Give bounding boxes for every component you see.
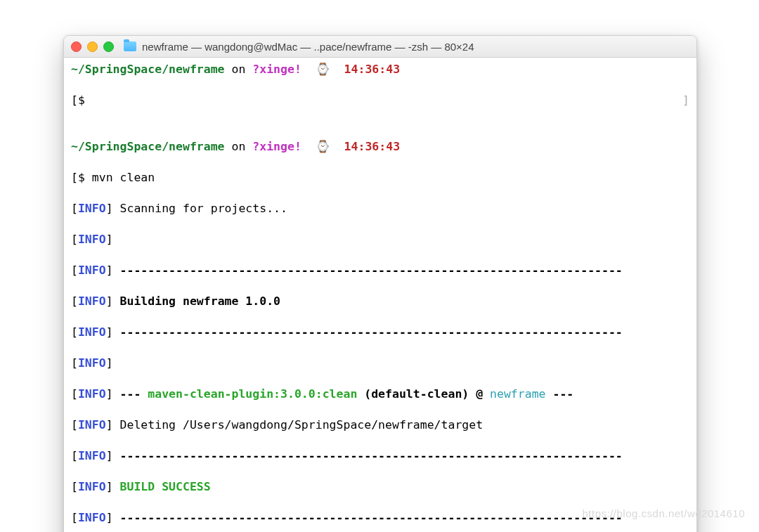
close-icon[interactable]: [71, 41, 82, 52]
plugin-name: maven-clean-plugin:3.0.0:clean: [148, 387, 357, 401]
plugin-dash-l: ---: [113, 387, 148, 401]
branch-box: ?: [252, 63, 259, 76]
bracket-left: [: [71, 511, 78, 524]
info-tag: INFO: [78, 202, 106, 215]
dash-line: ----------------------------------------…: [113, 511, 623, 524]
bracket-right: ]: [106, 202, 113, 215]
terminal-window: newframe — wangdong@wdMac — ..pace/newfr…: [63, 35, 697, 532]
info-tag: INFO: [78, 511, 106, 524]
bracket-right: ]: [106, 264, 113, 277]
info-tag: INFO: [78, 294, 106, 308]
info-tag: INFO: [78, 480, 106, 493]
branch: xinge!: [259, 63, 301, 76]
bracket-left: [: [71, 325, 78, 339]
bracket-right: ]: [106, 511, 113, 524]
prompt-path: ~/SpringSpace/newframe: [71, 140, 225, 153]
zoom-icon[interactable]: [103, 41, 114, 52]
window-title: newframe — wangdong@wdMac — ..pace/newfr…: [142, 41, 474, 53]
info-tag: INFO: [78, 418, 106, 432]
dash-line: ----------------------------------------…: [113, 264, 623, 277]
bracket-right: ]: [106, 418, 113, 432]
cmd-clean[interactable]: $ mvn clean: [78, 171, 155, 184]
minimize-icon[interactable]: [87, 41, 98, 52]
building-line: Building newframe 1.0.0: [113, 294, 280, 308]
bracket-left: [: [71, 356, 78, 370]
bracket-left: [: [71, 480, 78, 493]
info-tag: INFO: [78, 233, 106, 246]
bracket-right: ]: [106, 387, 113, 401]
info-tag: INFO: [78, 325, 106, 339]
branch: xinge!: [259, 140, 301, 153]
info-tag: INFO: [78, 356, 106, 370]
bracket-left: [: [71, 171, 78, 184]
bracket-right: ]: [106, 356, 113, 370]
branch-box: ?: [252, 140, 259, 153]
watch-icon: ⌚: [316, 63, 330, 76]
bracket-left: [: [71, 449, 78, 462]
bracket-right: ]: [106, 294, 113, 308]
bracket-right: ]: [106, 233, 113, 246]
plugin-goal: (default-clean) @: [357, 387, 490, 401]
prompt-on: on: [225, 63, 253, 76]
scan-text: Scanning for projects...: [113, 202, 287, 215]
terminal-body[interactable]: ~/SpringSpace/newframe on ?xinge! ⌚ 14:3…: [64, 58, 696, 532]
watch-icon: ⌚: [316, 140, 330, 153]
info-tag: INFO: [78, 449, 106, 462]
prompt-path: ~/SpringSpace/newframe: [71, 63, 225, 76]
titlebar[interactable]: newframe — wangdong@wdMac — ..pace/newfr…: [64, 36, 696, 58]
empty-prompt[interactable]: $: [78, 93, 92, 107]
bracket-left: [: [71, 202, 78, 215]
dash-line: ----------------------------------------…: [113, 449, 623, 462]
bracket-right: ]: [106, 325, 113, 339]
build-success: BUILD SUCCESS: [113, 480, 211, 493]
plugin-project: newframe: [490, 387, 545, 401]
bracket-left: [: [71, 233, 78, 246]
deleting-line: Deleting /Users/wangdong/SpringSpace/new…: [113, 418, 484, 432]
prompt-time: 14:36:43: [344, 140, 400, 153]
bracket-right: ]: [106, 480, 113, 493]
folder-icon: [124, 41, 136, 51]
bracket-left: [: [71, 264, 78, 277]
bracket-right: ]: [682, 93, 689, 108]
info-tag: INFO: [78, 264, 106, 277]
dash-line: ----------------------------------------…: [113, 325, 623, 339]
bracket-left: [: [71, 387, 78, 401]
bracket-left: [: [71, 418, 78, 432]
bracket-right: ]: [106, 449, 113, 462]
watermark: https://blog.csdn.net/wd2014610: [583, 507, 746, 519]
bracket-left: [: [71, 294, 78, 308]
prompt-on: on: [225, 140, 253, 153]
prompt-time: 14:36:43: [344, 63, 400, 76]
bracket-left: [: [71, 93, 78, 107]
plugin-dash-r: ---: [546, 387, 574, 401]
info-tag: INFO: [78, 387, 106, 401]
